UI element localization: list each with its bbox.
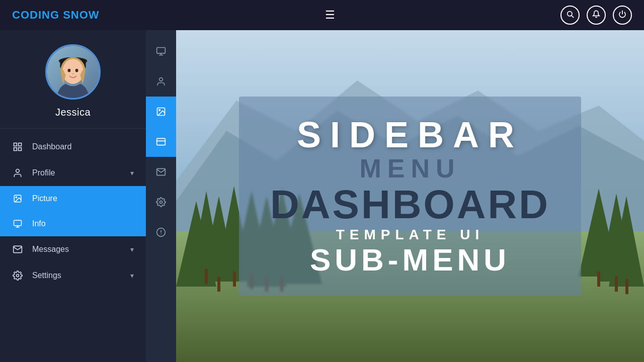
icon-sidebar-monitor[interactable] — [146, 36, 176, 66]
svg-rect-29 — [157, 138, 166, 145]
picture-label: Picture — [32, 194, 57, 203]
hero-text-line3: DASHBOARD — [269, 185, 551, 225]
hero-text-line2: MENU — [269, 153, 551, 184]
avatar — [45, 44, 101, 100]
navbar: CODING SNOW ☰ — [0, 0, 644, 30]
icon-sidebar-mail[interactable] — [146, 157, 176, 187]
hero-text-line4: TEMPLATE UI — [269, 225, 551, 244]
messages-icon — [12, 244, 23, 254]
svg-point-28 — [159, 110, 160, 111]
svg-point-10 — [68, 69, 71, 72]
svg-rect-15 — [19, 148, 22, 151]
info-label: Info — [32, 219, 46, 228]
menu-toggle-button[interactable]: ☰ — [325, 9, 335, 22]
bell-icon — [592, 10, 600, 20]
search-button[interactable] — [560, 6, 580, 25]
profile-label: Profile — [32, 168, 55, 177]
sidebar-item-profile[interactable]: Profile ▾ — [0, 160, 146, 186]
hamburger-icon: ☰ — [325, 9, 335, 21]
settings-icon — [12, 270, 23, 281]
svg-point-11 — [75, 69, 78, 72]
svg-rect-12 — [14, 143, 17, 146]
svg-point-18 — [16, 197, 17, 198]
power-button[interactable] — [613, 6, 632, 25]
username-label: Jessica — [55, 107, 91, 118]
sidebar-nav: Dashboard Profile ▾ Pictur — [0, 129, 146, 362]
icon-sidebar-info[interactable] — [146, 217, 176, 247]
profile-arrow-icon: ▾ — [130, 169, 134, 177]
profile-icon — [12, 168, 23, 178]
svg-rect-51 — [205, 269, 208, 284]
svg-rect-58 — [615, 277, 618, 292]
sidebar: Jessica Dashboard Profile — [0, 30, 146, 362]
navbar-right-controls — [560, 6, 632, 25]
icon-sidebar-picture[interactable] — [146, 97, 176, 127]
icon-sidebar-card[interactable] — [146, 127, 176, 157]
messages-arrow-icon: ▾ — [130, 245, 134, 253]
svg-rect-23 — [157, 48, 166, 54]
notification-button[interactable] — [587, 6, 606, 25]
svg-rect-57 — [597, 272, 600, 287]
settings-label: Settings — [32, 271, 61, 280]
svg-point-22 — [17, 275, 19, 277]
svg-rect-19 — [14, 220, 22, 226]
settings-arrow-icon: ▾ — [130, 272, 134, 280]
main-content: SIDEBAR MENU DASHBOARD TEMPLATE UI SUB-M… — [176, 30, 644, 362]
picture-icon — [12, 194, 23, 203]
sidebar-item-settings[interactable]: Settings ▾ — [0, 262, 146, 289]
messages-label: Messages — [32, 245, 69, 254]
svg-rect-14 — [14, 148, 17, 151]
search-icon — [566, 10, 574, 20]
sidebar-item-info[interactable]: Info — [0, 211, 146, 236]
svg-line-1 — [572, 16, 574, 18]
main-layout: Jessica Dashboard Profile — [0, 30, 644, 362]
sidebar-item-dashboard[interactable]: Dashboard — [0, 134, 146, 160]
icon-sidebar — [146, 30, 176, 362]
brand-text: CODING — [12, 9, 63, 21]
sidebar-profile: Jessica — [0, 30, 146, 129]
dashboard-label: Dashboard — [32, 142, 71, 151]
svg-point-31 — [160, 201, 163, 204]
svg-rect-13 — [19, 143, 22, 146]
brand-highlight: SNOW — [63, 9, 99, 21]
power-icon — [618, 10, 626, 20]
hero-text-line5: SUB-MENU — [269, 244, 551, 276]
svg-point-16 — [16, 169, 20, 173]
sidebar-item-messages[interactable]: Messages ▾ — [0, 236, 146, 262]
brand-logo: CODING SNOW — [12, 9, 100, 22]
avatar-image — [47, 46, 99, 98]
info-icon — [12, 219, 23, 228]
svg-rect-53 — [233, 272, 236, 287]
svg-point-9 — [62, 59, 84, 83]
background-scene: SIDEBAR MENU DASHBOARD TEMPLATE UI SUB-M… — [176, 30, 644, 362]
svg-rect-59 — [625, 279, 628, 294]
svg-point-26 — [159, 78, 163, 81]
dashboard-icon — [12, 142, 23, 152]
svg-rect-52 — [217, 277, 220, 292]
icon-sidebar-gear[interactable] — [146, 187, 176, 217]
text-overlay-card: SIDEBAR MENU DASHBOARD TEMPLATE UI SUB-M… — [239, 97, 581, 296]
icon-sidebar-user[interactable] — [146, 66, 176, 97]
hero-text-line1: SIDEBAR — [269, 117, 551, 153]
sidebar-item-picture[interactable]: Picture — [0, 186, 146, 211]
